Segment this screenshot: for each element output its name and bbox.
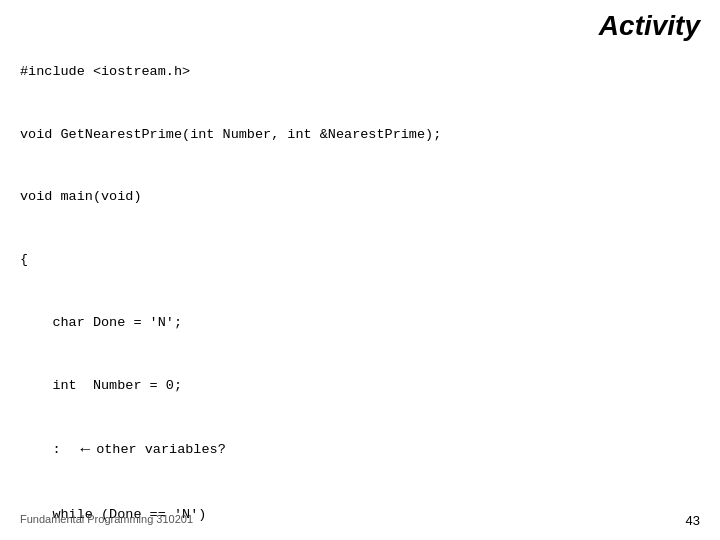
code-line-6: : ← other variables? — [20, 438, 700, 463]
annotation-text: other variables? — [96, 440, 226, 461]
code-line-0: #include <iostream.h> — [20, 62, 700, 83]
code-line-6-text: : — [20, 440, 61, 461]
code-block: #include <iostream.h> void GetNearestPri… — [20, 20, 700, 540]
code-line-3: { — [20, 250, 700, 271]
arrow-annotation: ← other variables? — [81, 438, 226, 463]
arrow-icon: ← — [81, 438, 91, 463]
footer: Fundamental Programming 310201 43 — [0, 513, 720, 528]
activity-label: Activity — [599, 10, 700, 42]
footer-text: Fundamental Programming 310201 — [20, 513, 193, 528]
slide-container: Activity #include <iostream.h> void GetN… — [0, 0, 720, 540]
code-line-2: void main(void) — [20, 187, 700, 208]
code-line-5: int Number = 0; — [20, 376, 700, 397]
code-line-1: void GetNearestPrime(int Number, int &Ne… — [20, 125, 700, 146]
code-line-4: char Done = 'N'; — [20, 313, 700, 334]
footer-page: 43 — [686, 513, 700, 528]
